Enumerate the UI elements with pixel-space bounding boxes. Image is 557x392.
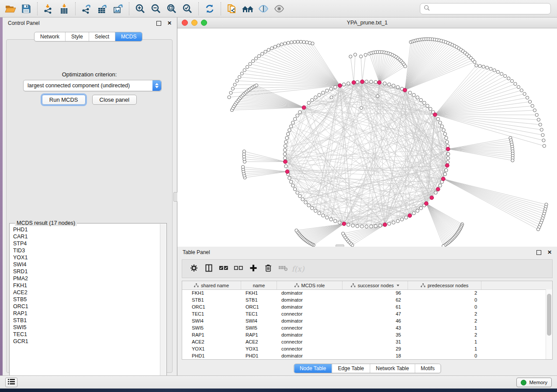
table-cell: ORC1	[241, 304, 277, 309]
apply-layout-button[interactable]	[202, 1, 218, 16]
run-mcds-button[interactable]: Run MCDS	[42, 95, 86, 105]
scrollbar-thumb[interactable]	[547, 294, 551, 336]
column-header[interactable]: shared name	[182, 281, 241, 289]
search-input[interactable]	[432, 5, 547, 12]
export-network-button[interactable]	[79, 1, 94, 16]
network-graph[interactable]	[177, 28, 557, 247]
task-history-button[interactable]	[5, 378, 17, 387]
open-session-button[interactable]	[3, 1, 18, 16]
mcds-result-item[interactable]: SWI5	[13, 324, 160, 331]
zoom-out-button[interactable]	[148, 1, 164, 16]
search-box[interactable]	[420, 3, 551, 14]
criterion-value: largest connected component (undirected)	[24, 83, 152, 89]
delete-column-button[interactable]	[261, 261, 276, 276]
table-row[interactable]: SWI4SWI4dominator462	[182, 317, 546, 324]
table-cell: dominator	[277, 353, 343, 358]
table-cell: 29	[343, 346, 408, 351]
mcds-result-item[interactable]: PHD1	[13, 226, 160, 233]
close-panel-button[interactable]: Close panel	[92, 95, 137, 105]
mcds-list-scrollbar[interactable]	[160, 224, 166, 383]
columns-icon	[204, 264, 213, 274]
tab-select[interactable]: Select	[89, 32, 115, 41]
column-header[interactable]: MCDS role	[277, 281, 343, 289]
table-options-button[interactable]	[187, 261, 201, 276]
mcds-result-item[interactable]: STB1	[13, 317, 160, 324]
close-panel-icon[interactable]: ✕	[167, 21, 172, 26]
zoom-fit-button[interactable]	[164, 1, 180, 16]
mcds-result-item[interactable]: SWI4	[13, 261, 160, 268]
tab-network[interactable]: Network	[35, 32, 65, 41]
close-panel-icon[interactable]: ✕	[547, 250, 552, 255]
table-row[interactable]: STB1STB1dominator620	[182, 296, 546, 303]
table-cell: dominator	[277, 318, 343, 323]
eye-icon	[273, 3, 285, 14]
table-toolbar: f(x)	[182, 259, 553, 278]
column-header[interactable]: predecessor nodes	[408, 281, 481, 289]
table-row[interactable]: RAP1RAP1dominator352	[182, 331, 546, 338]
mcds-result-item[interactable]: TID3	[13, 247, 160, 254]
import-network-button[interactable]	[41, 1, 56, 16]
mcds-result-item[interactable]: FKH1	[13, 282, 160, 289]
table-row[interactable]: PHD1PHD1dominator180	[182, 352, 546, 359]
function-builder-button[interactable]: f(x)	[291, 261, 305, 276]
tab-edge-table[interactable]: Edge Table	[332, 364, 370, 373]
mcds-result-item[interactable]: STB5	[13, 296, 160, 303]
add-column-button[interactable]	[246, 261, 261, 276]
table-row[interactable]: TEC1TEC1connector472	[182, 310, 546, 317]
table-row[interactable]: ORC1ORC1dominator610	[182, 303, 546, 310]
table-header-row: shared namenameMCDS rolesuccessor nodesp…	[182, 281, 552, 290]
mcds-result-item[interactable]: SRD1	[13, 268, 160, 275]
column-label: name	[253, 283, 265, 288]
mcds-result-item[interactable]: YOX1	[13, 254, 160, 261]
export-image-button[interactable]	[110, 1, 126, 16]
mcds-result-item[interactable]: GCR1	[13, 338, 160, 345]
column-type-icon	[194, 283, 199, 288]
table-cell: 0	[408, 353, 481, 358]
mcds-result-item[interactable]: CAR1	[13, 233, 160, 240]
mcds-result-item[interactable]: ORC1	[13, 303, 160, 310]
table-row[interactable]: SWI5SWI5connector431	[182, 324, 546, 331]
column-header[interactable]: name	[241, 281, 277, 289]
network-canvas[interactable]	[177, 28, 557, 247]
tab-network-table[interactable]: Network Table	[370, 364, 415, 373]
mcds-result-item[interactable]: TEC1	[13, 331, 160, 338]
show-details-button[interactable]	[271, 1, 287, 16]
mcds-result-item[interactable]: ACE2	[13, 289, 160, 296]
delete-table-button[interactable]	[276, 261, 291, 276]
export-table-button[interactable]	[94, 1, 110, 16]
mcds-result-item[interactable]: PMA2	[13, 275, 160, 282]
table-row[interactable]: ACE2ACE2connector311	[182, 338, 546, 345]
mcds-result-item[interactable]: RAP1	[13, 310, 160, 317]
home-button[interactable]	[240, 1, 256, 16]
tab-style[interactable]: Style	[65, 32, 89, 41]
tab-motifs[interactable]: Motifs	[415, 364, 440, 373]
table-cell: 47	[343, 311, 408, 316]
tab-mcds[interactable]: MCDS	[115, 32, 142, 41]
node-table[interactable]: shared namenameMCDS rolesuccessor nodesp…	[182, 281, 553, 360]
control-panel: Control Panel ✕ Network Style Select MCD…	[3, 17, 177, 375]
zoom-selected-button[interactable]	[180, 1, 195, 16]
export-table-icon	[97, 3, 107, 14]
table-row[interactable]: YOX1YOX1connector291	[182, 345, 546, 352]
table-vertical-scrollbar[interactable]	[546, 289, 552, 359]
float-window-icon[interactable]	[156, 21, 161, 26]
memory-button[interactable]: Memory	[516, 378, 552, 387]
zoom-in-button[interactable]	[132, 1, 148, 16]
deselect-all-button[interactable]	[231, 261, 246, 276]
hide-style-button[interactable]	[256, 1, 271, 16]
table-cell: connector	[277, 311, 343, 316]
save-session-button[interactable]	[18, 1, 34, 16]
show-columns-button[interactable]	[201, 261, 216, 276]
import-table-button[interactable]	[56, 1, 72, 16]
select-all-button[interactable]	[216, 261, 231, 276]
column-header[interactable]: successor nodes	[343, 281, 408, 289]
criterion-dropdown[interactable]: largest connected component (undirected)	[23, 80, 162, 91]
float-window-icon[interactable]	[536, 250, 541, 255]
floppy-disk-icon	[21, 4, 31, 14]
tab-node-table[interactable]: Node Table	[294, 364, 332, 373]
table-row[interactable]: FKH1FKH1dominator962	[182, 289, 546, 296]
column-type-icon	[351, 283, 356, 288]
new-network-from-selection-button[interactable]	[224, 1, 240, 16]
mcds-result-item[interactable]: STP4	[13, 240, 160, 247]
network-titlebar[interactable]: YPA_prune.txt_1	[177, 17, 557, 28]
